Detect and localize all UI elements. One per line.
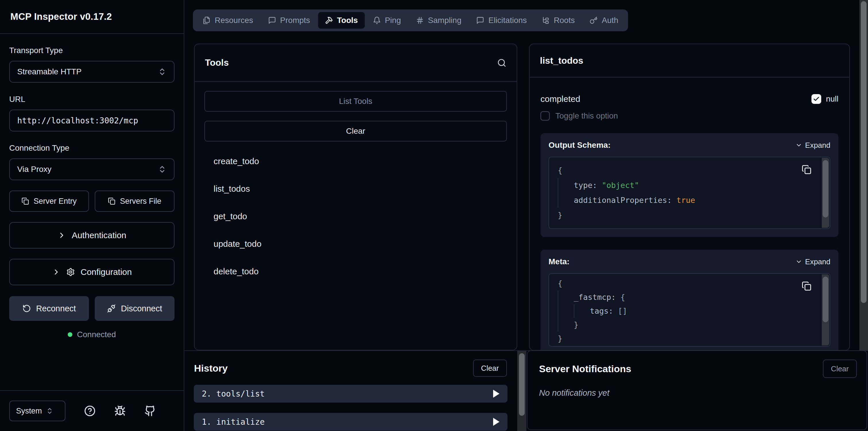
clear-history-button[interactable]: Clear (473, 360, 507, 377)
tab-elicitations[interactable]: Elicitations (469, 12, 534, 29)
sidebar-footer: System (0, 390, 184, 431)
history-scrollbar (517, 351, 526, 431)
null-checkbox[interactable] (811, 94, 821, 104)
right-panel-scrollbar-thumb[interactable] (861, 1, 867, 303)
clear-tools-button[interactable]: Clear (205, 121, 507, 142)
mcp-inspector-app: MCP Inspector v0.17.2 Transport Type Str… (0, 0, 868, 431)
output-schema-section: Output Schema: Expand {type: "object"add… (540, 133, 838, 237)
url-input[interactable]: http://localhost:3002/mcp (9, 110, 175, 131)
toggle-checkbox[interactable] (540, 111, 550, 121)
tab-tools[interactable]: Tools (318, 12, 365, 29)
help-circle-icon[interactable] (84, 405, 96, 417)
transport-type-select[interactable]: Streamable HTTP (9, 61, 175, 83)
expand-play-icon[interactable] (493, 390, 499, 398)
key-icon (590, 17, 598, 24)
connection-type-value: Via Proxy (17, 165, 158, 174)
main-area: ResourcesPromptsToolsPingSamplingElicita… (184, 0, 868, 431)
tab-resources[interactable]: Resources (196, 12, 260, 29)
server-entry-button[interactable]: Server Entry (9, 190, 89, 212)
expand-label: Expand (805, 257, 830, 266)
reconnect-button[interactable]: Reconnect (9, 296, 89, 321)
toggle-option-row: Toggle this option (540, 111, 838, 121)
history-row[interactable]: 1. initialize (194, 413, 507, 431)
code-scrollbar-thumb[interactable] (823, 160, 828, 217)
tool-detail-body: completed null Toggle this option (530, 78, 849, 350)
authentication-label: Authentication (72, 230, 126, 240)
disconnect-label: Disconnect (121, 304, 162, 313)
theme-select[interactable]: System (9, 401, 65, 421)
notifications-header: Server Notifications Clear (528, 351, 867, 378)
disconnect-button[interactable]: Disconnect (95, 296, 175, 321)
bug-icon[interactable] (114, 405, 126, 417)
github-icon[interactable] (144, 405, 156, 417)
tab-auth[interactable]: Auth (583, 12, 625, 29)
code-line: } (558, 318, 804, 332)
search-icon[interactable] (497, 58, 506, 67)
footer-icons (65, 405, 175, 417)
message-square-icon (476, 17, 484, 24)
configuration-label: Configuration (81, 267, 132, 277)
tab-sampling[interactable]: Sampling (409, 12, 468, 29)
sidebar: MCP Inspector v0.17.2 Transport Type Str… (0, 0, 184, 431)
tab-ping[interactable]: Ping (366, 12, 408, 29)
code-scrollbar-thumb[interactable] (823, 277, 828, 322)
history-row[interactable]: 2. tools/list (194, 385, 507, 403)
server-buttons-row: Server Entry Servers File (9, 190, 175, 212)
gear-icon (66, 268, 75, 276)
code-scrollbar (822, 158, 829, 228)
history-scrollbar-thumb[interactable] (519, 353, 525, 416)
history-rows: 2. tools/list1. initialize (184, 385, 517, 431)
code-line: { (558, 163, 804, 178)
expand-label: Expand (805, 141, 830, 150)
output-schema-title: Output Schema: (549, 141, 611, 150)
expand-play-icon[interactable] (493, 418, 499, 426)
url-label: URL (9, 95, 175, 104)
tab-roots[interactable]: Roots (535, 12, 582, 29)
tool-item-update_todo[interactable]: update_todo (214, 236, 498, 252)
meta-section: Meta: Expand {_fastmcp: {tags: []}} (540, 250, 838, 350)
copy-code-button[interactable] (802, 165, 811, 175)
meta-code: {_fastmcp: {tags: []}} (549, 273, 830, 347)
notifications-title: Server Notifications (539, 363, 631, 374)
code-line: { (558, 277, 804, 290)
tool-detail-title: list_todos (540, 55, 583, 66)
history-header: History Clear (184, 351, 517, 377)
copy-code-button[interactable] (802, 281, 811, 291)
tab-label: Ping (385, 16, 401, 25)
chevron-right-icon (52, 268, 61, 276)
hammer-icon (325, 17, 333, 24)
meta-expand-button[interactable]: Expand (795, 257, 830, 266)
configuration-button[interactable]: Configuration (9, 259, 175, 285)
copy-icon (108, 197, 115, 205)
sidebar-body: Transport Type Streamable HTTP URL http:… (0, 34, 184, 390)
chevron-right-icon (57, 231, 66, 240)
output-schema-expand-button[interactable]: Expand (795, 141, 830, 150)
connection-actions-row: Reconnect Disconnect (9, 296, 175, 321)
status-label: Connected (77, 330, 116, 339)
tab-label: Prompts (280, 16, 310, 25)
connection-type-select[interactable]: Via Proxy (9, 158, 175, 180)
servers-file-button[interactable]: Servers File (95, 190, 175, 212)
history-row-label: 2. tools/list (202, 389, 265, 399)
connection-status: Connected (9, 330, 175, 339)
tool-detail-header: list_todos (530, 44, 849, 78)
meta-header: Meta: Expand (549, 257, 830, 266)
chevrons-up-down-icon (46, 407, 53, 414)
notifications-empty-message: No notifications yet (528, 378, 867, 398)
list-tools-button[interactable]: List Tools (205, 91, 507, 112)
authentication-button[interactable]: Authentication (9, 222, 175, 248)
tab-prompts[interactable]: Prompts (261, 12, 317, 29)
server-notifications-panel: Server Notifications Clear No notificati… (527, 350, 867, 430)
servers-file-label: Servers File (120, 197, 161, 206)
tool-item-create_todo[interactable]: create_todo (214, 153, 498, 170)
param-row-completed: completed null (540, 94, 838, 104)
transport-type-label: Transport Type (9, 46, 175, 55)
tool-item-get_todo[interactable]: get_todo (214, 208, 498, 225)
tool-item-delete_todo[interactable]: delete_todo (214, 263, 498, 280)
tool-item-list_todos[interactable]: list_todos (214, 181, 498, 197)
null-label: null (826, 94, 838, 103)
clear-notifications-button[interactable]: Clear (823, 360, 857, 378)
tab-label: Elicitations (488, 16, 527, 25)
tools-panel-body: List Tools Clear create_todolist_todosge… (195, 82, 517, 300)
server-entry-label: Server Entry (34, 197, 76, 206)
